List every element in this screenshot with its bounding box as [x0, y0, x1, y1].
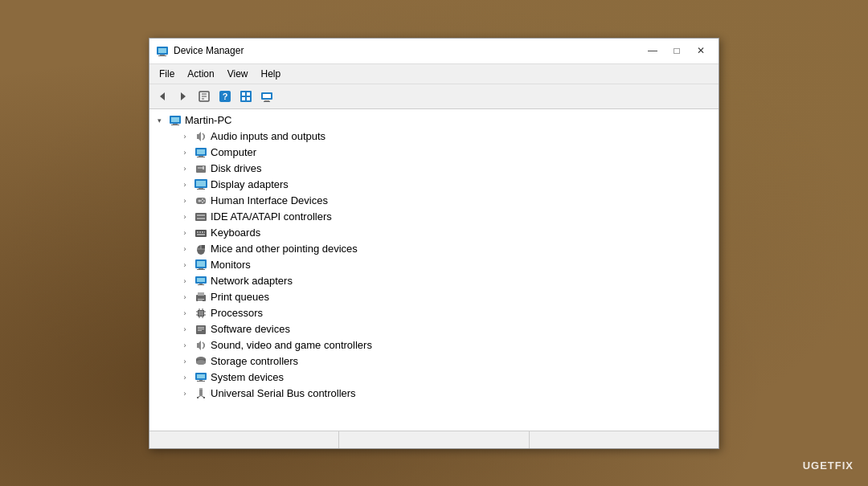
svg-rect-84	[197, 374, 205, 378]
minimize-button[interactable]: —	[641, 43, 664, 59]
device-icon	[194, 146, 207, 159]
device-label: Print queues	[211, 291, 269, 303]
status-bar	[149, 431, 719, 448]
tree-item[interactable]: › Print queues	[149, 289, 719, 305]
tree-item[interactable]: › Sound, video and game controllers	[149, 337, 719, 353]
device-label: System devices	[211, 371, 284, 383]
device-icon	[194, 387, 207, 400]
maximize-button[interactable]: □	[665, 43, 688, 59]
svg-rect-52	[201, 245, 205, 249]
device-label: Display adapters	[211, 178, 289, 190]
child-expand-icon: ›	[178, 178, 191, 191]
child-expand-icon: ›	[178, 307, 191, 320]
tree-item[interactable]: › Network adapters	[149, 273, 719, 289]
tree-item[interactable]: › Disk drives	[149, 161, 719, 177]
svg-rect-13	[242, 92, 245, 96]
forward-button[interactable]	[174, 87, 193, 106]
svg-rect-16	[247, 97, 250, 100]
tree-item[interactable]: › IDE ATA/ATAPI controllers	[149, 209, 719, 225]
device-label: Sound, video and game controllers	[211, 339, 372, 351]
child-expand-icon: ›	[178, 339, 191, 352]
svg-rect-49	[204, 231, 205, 233]
svg-point-82	[196, 360, 206, 365]
tree-item[interactable]: › Audio inputs and outputs	[149, 129, 719, 145]
svg-rect-85	[199, 380, 203, 381]
child-expand-icon: ›	[178, 259, 191, 272]
child-expand-icon: ›	[178, 227, 191, 239]
device-icon	[194, 194, 207, 207]
tree-item[interactable]: › Software devices	[149, 321, 719, 337]
tree-item[interactable]: › Universal Serial Bus controllers	[149, 386, 719, 402]
svg-rect-15	[242, 97, 245, 100]
svg-rect-42	[195, 213, 207, 221]
device-label: Monitors	[211, 259, 251, 271]
menu-file[interactable]: File	[153, 66, 181, 82]
tree-item[interactable]: › Monitors	[149, 257, 719, 273]
tree-item[interactable]: › Display adapters	[149, 177, 719, 193]
tree-children: › Audio inputs and outputs › Computer › …	[149, 129, 719, 402]
svg-rect-14	[247, 92, 250, 96]
svg-rect-35	[197, 189, 205, 190]
show-hidden-button[interactable]	[257, 87, 276, 106]
device-manager-window: Device Manager — □ ✕ File Action View He…	[149, 38, 719, 449]
device-icon	[194, 243, 207, 255]
svg-marker-4	[160, 92, 165, 100]
menu-help[interactable]: Help	[255, 66, 288, 82]
svg-rect-31	[203, 166, 204, 169]
svg-rect-27	[199, 156, 203, 157]
title-bar-left: Device Manager	[156, 44, 244, 57]
svg-rect-26	[197, 149, 205, 154]
tree-item[interactable]: › Mice and other pointing devices	[149, 241, 719, 257]
tree-item[interactable]: › Processors	[149, 305, 719, 321]
device-label: IDE ATA/ATAPI controllers	[211, 210, 332, 223]
svg-rect-63	[196, 295, 206, 301]
svg-rect-62	[198, 284, 204, 285]
svg-rect-2	[160, 55, 165, 55]
svg-rect-78	[198, 327, 204, 328]
svg-rect-47	[199, 231, 201, 233]
svg-rect-60	[197, 278, 205, 282]
svg-rect-34	[199, 188, 203, 189]
tree-item[interactable]: › System devices	[149, 370, 719, 386]
child-expand-icon: ›	[178, 387, 191, 400]
svg-rect-20	[264, 101, 270, 102]
tree-item[interactable]: › Storage controllers	[149, 353, 719, 370]
tree-item[interactable]: › Computer	[149, 145, 719, 161]
svg-rect-22	[171, 117, 179, 122]
tree-item[interactable]: › Human Interface Devices	[149, 193, 719, 209]
child-expand-icon: ›	[178, 130, 191, 143]
svg-rect-23	[173, 124, 178, 125]
svg-rect-44	[197, 218, 205, 219]
svg-rect-24	[171, 125, 179, 125]
svg-rect-92	[199, 388, 203, 390]
svg-rect-77	[196, 325, 206, 334]
device-icon	[194, 291, 207, 304]
menu-bar: File Action View Help	[149, 64, 719, 84]
menu-view[interactable]: View	[221, 66, 255, 82]
child-expand-icon: ›	[178, 243, 191, 255]
update-driver-button[interactable]	[236, 87, 256, 106]
svg-point-38	[202, 198, 203, 200]
svg-rect-58	[197, 269, 205, 270]
app-icon	[156, 44, 169, 57]
svg-rect-80	[198, 330, 202, 331]
device-label: Computer	[211, 146, 256, 158]
tree-root-item[interactable]: ▾ Martin-PC	[149, 112, 719, 129]
svg-point-39	[203, 200, 205, 202]
menu-action[interactable]: Action	[181, 66, 220, 82]
back-button[interactable]	[153, 87, 172, 106]
properties-button[interactable]	[194, 87, 214, 106]
svg-text:?: ?	[223, 92, 228, 101]
status-section-2	[339, 431, 529, 448]
child-expand-icon: ›	[178, 355, 191, 368]
svg-rect-65	[198, 299, 204, 300]
svg-point-41	[200, 200, 202, 202]
close-button[interactable]: ✕	[690, 43, 712, 59]
svg-rect-18	[263, 94, 271, 98]
help-button[interactable]: ?	[215, 87, 235, 106]
svg-rect-66	[198, 300, 203, 301]
svg-rect-19	[264, 100, 269, 101]
tree-item[interactable]: › Keyboards	[149, 225, 719, 241]
child-expand-icon: ›	[178, 194, 191, 207]
toolbar: ?	[149, 84, 719, 109]
